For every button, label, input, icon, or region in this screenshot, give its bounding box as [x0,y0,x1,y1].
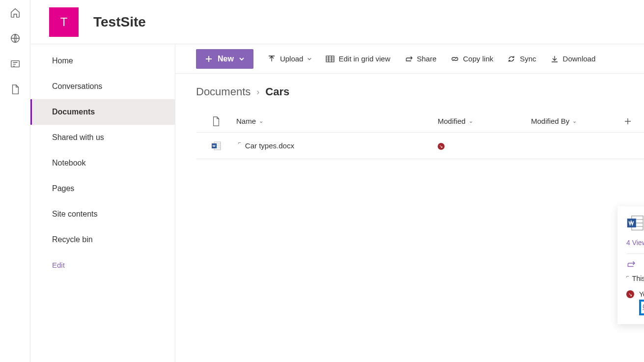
new-button[interactable]: New [196,49,253,69]
chevron-down-icon: ⌄ [259,118,263,124]
app-rail [0,0,30,362]
column-modified-header[interactable]: Modified ⌄ [438,117,531,125]
sync-button[interactable]: Sync [507,55,536,63]
site-header: T TestSite [30,0,644,44]
share-button[interactable]: Share [404,55,437,63]
sync-label: Sync [520,55,536,63]
share-icon[interactable] [626,260,635,269]
chevron-down-icon [307,56,312,61]
grid-view-label: Edit in grid view [338,55,390,63]
home-icon[interactable] [9,7,21,19]
link-icon [450,55,459,63]
command-bar: New Upload Edit in grid view Shar [175,44,644,74]
nav-documents[interactable]: Documents [30,99,175,125]
download-icon [550,55,559,63]
download-button[interactable]: Download [550,55,596,63]
share-icon [404,55,413,63]
created-marker-icon: ⌐ [626,274,629,281]
sync-icon [507,55,516,63]
file-hover-card: Car types 4 Views See details ⌐ This ite… [617,206,644,324]
table-header: Name ⌄ Modified ⌄ Modified By ⌄ [196,110,644,133]
column-modifiedby-header[interactable]: Modified By ⌄ [531,117,624,125]
files-table: Name ⌄ Modified ⌄ Modified By ⌄ [175,110,644,159]
column-name-label: Name [236,117,256,125]
nav-edit-link[interactable]: Edit [30,252,175,278]
add-column-button[interactable] [624,118,644,125]
site-logo[interactable]: T [49,7,79,37]
table-row[interactable]: ⌐ Car types.docx ↘ [196,133,644,159]
svg-rect-2 [326,56,334,62]
column-modifiedby-label: Modified By [531,117,569,125]
checkout-badge-icon: ↘ [438,143,445,150]
chevron-down-icon [239,56,245,62]
checked-out-marker-icon: ⌐ [238,140,241,145]
column-modified-label: Modified [438,117,466,125]
download-label: Download [563,55,596,63]
breadcrumb: Documents › Cars [175,74,644,110]
file-icon [212,116,221,126]
chevron-down-icon: ⌄ [469,118,473,124]
grid-icon [326,55,335,63]
nav-shared[interactable]: Shared with us [30,125,175,150]
nav-pages[interactable]: Pages [30,176,175,201]
share-label: Share [417,55,437,63]
nav-conversations[interactable]: Conversations [30,74,175,99]
globe-icon[interactable] [9,32,21,44]
site-title: TestSite [93,14,146,30]
new-button-label: New [218,55,234,63]
chevron-down-icon: ⌄ [572,118,577,124]
plus-icon [205,55,213,63]
word-file-icon [211,141,221,151]
nav-home[interactable]: Home [30,48,175,74]
checkout-text: You checked out this item, so others can… [639,290,644,298]
left-nav: Home Conversations Documents Shared with… [30,44,175,362]
chevron-right-icon: › [256,87,259,97]
upload-button[interactable]: Upload [267,55,312,63]
column-icon-header [196,116,236,126]
copy-link-button[interactable]: Copy link [450,55,494,63]
svg-rect-1 [11,61,19,67]
breadcrumb-current: Cars [265,85,289,98]
document-icon[interactable] [9,84,21,95]
grid-view-button[interactable]: Edit in grid view [326,55,390,63]
views-link[interactable]: 4 Views [626,239,644,247]
created-text: ⌐ This item was created Yesterday at 8:4… [626,275,644,282]
upload-icon [267,55,276,63]
file-name: Car types.docx [245,141,294,150]
nav-notebook[interactable]: Notebook [30,150,175,176]
word-file-icon [626,214,644,232]
upload-label: Upload [280,55,304,63]
breadcrumb-documents[interactable]: Documents [196,85,251,98]
copy-link-label: Copy link [463,55,494,63]
news-icon[interactable] [9,58,21,70]
column-name-header[interactable]: Name ⌄ [236,117,438,125]
nav-site-contents[interactable]: Site contents [30,201,175,227]
checkout-badge-icon: ↘ [626,290,634,298]
nav-recycle-bin[interactable]: Recycle bin [30,227,175,252]
